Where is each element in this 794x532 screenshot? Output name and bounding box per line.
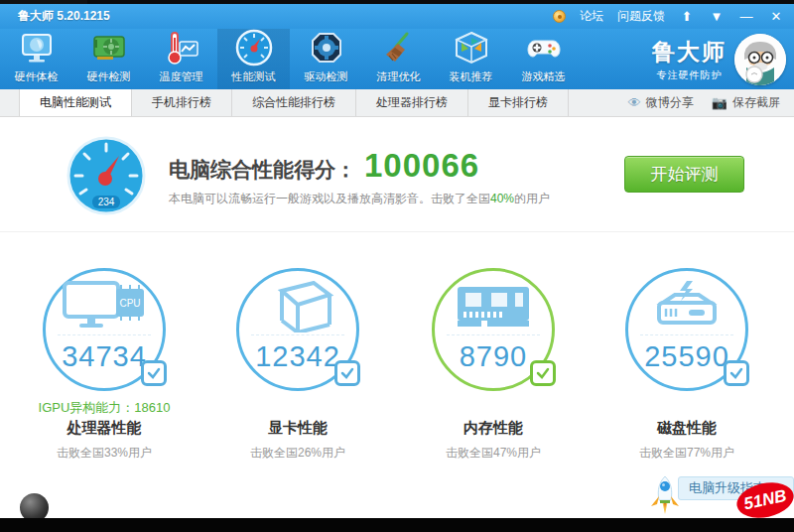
score-block: 电脑综合性能得分： 100066 本电脑可以流畅运行一般游戏以及播放高清影音。击… [169, 147, 550, 207]
toolbar-item-label: 硬件体检 [15, 69, 59, 84]
disk-gauge-beat: 击败全国77%用户 [595, 445, 779, 462]
toolbar-item-hardware-checkup[interactable]: 硬件体检 [0, 29, 72, 89]
gauge-gpu: 12342 显卡性能 击败全国26%用户 [205, 268, 390, 462]
cpu-check-badge [141, 360, 167, 386]
gauge-disk: 25590 磁盘性能 击败全国77%用户 [595, 268, 779, 462]
main-toolbar: 硬件体检 硬件检测 温度管理 性能测试 驱动检测 [0, 29, 794, 89]
gauge-dotted-line [447, 334, 540, 335]
gpu-gauge-ring[interactable]: 12342 [236, 268, 359, 391]
gauge-cpu: CPU 34734 IGPU异构能力：18610 处理器性能 击败全国33%用户 [12, 268, 197, 462]
titlebar-controls: 论坛 问题反馈 ⬆ ▼ — ✕ [553, 8, 784, 25]
speedometer-badge-text: 234 [98, 197, 115, 207]
score-desc-prefix: 本电脑可以流畅运行一般游戏以及播放高清影音。击败了全国 [169, 192, 490, 205]
minimize-button[interactable]: — [738, 9, 754, 24]
gpu-gauge-name: 显卡性能 [205, 419, 390, 438]
feedback-link[interactable]: 问题反馈 [617, 8, 665, 25]
memory-gauge-name: 内存性能 [401, 419, 586, 438]
weibo-share-label: 微博分享 [646, 94, 694, 111]
save-screenshot-button[interactable]: 📷 保存截屏 [712, 94, 780, 111]
toolbar-item-driver-check[interactable]: 驱动检测 [290, 29, 362, 89]
gamepad-icon [525, 29, 563, 66]
tab-cpu-ranking[interactable]: 处理器排行榜 [356, 89, 468, 116]
brand-slogan: 专注硬件防护 [652, 68, 727, 82]
rocket-icon[interactable] [647, 474, 683, 518]
update-icon[interactable]: ⬆ [679, 9, 695, 24]
toolbar-item-game-picks[interactable]: 游戏精选 [507, 29, 580, 89]
toolbar-item-cleanup[interactable]: 清理优化 [362, 29, 435, 89]
disk-lightning-icon [628, 281, 745, 332]
score-desc-percent: 40% [490, 192, 514, 205]
tab-gpu-ranking[interactable]: 显卡排行榜 [468, 89, 569, 116]
score-label: 电脑综合性能得分： [169, 156, 356, 184]
memory-gauge-beat: 击败全国47%用户 [401, 445, 586, 462]
toolbar-item-temperature[interactable]: 温度管理 [145, 29, 217, 89]
gpu-check-badge [334, 360, 360, 386]
toolbar-item-label: 游戏精选 [522, 69, 566, 84]
cube-3d-icon [239, 281, 356, 332]
score-value: 100066 [364, 147, 479, 185]
screenshot-bottom-edge [0, 518, 794, 532]
build-cube-icon [453, 29, 490, 66]
disk-check-badge [724, 360, 749, 386]
start-benchmark-button[interactable]: 开始评测 [624, 156, 744, 193]
memory-check-badge [530, 360, 556, 386]
toolbar-item-label: 驱动检测 [305, 69, 348, 84]
save-screenshot-label: 保存截屏 [732, 94, 780, 111]
cpu-gauge-name: 处理器性能 [12, 419, 197, 438]
weibo-icon: 👁 [628, 95, 641, 110]
disk-gauge-name: 磁盘性能 [595, 419, 779, 438]
thermometer-icon [163, 29, 200, 66]
toolbar-item-label: 温度管理 [160, 69, 203, 84]
app-window: 鲁大师 5.20.1215 论坛 问题反馈 ⬆ ▼ — ✕ 硬件体检 硬件检测 [0, 0, 794, 532]
toolbar-item-label: 装机推荐 [450, 69, 493, 84]
monitor-check-icon [18, 29, 56, 66]
tab-pc-performance-test[interactable]: 电脑性能测试 [19, 89, 132, 116]
skin-icon[interactable]: ▼ [709, 9, 725, 24]
tab-bar: 电脑性能测试 手机排行榜 综合性能排行榜 处理器排行榜 显卡排行榜 👁 微博分享… [0, 89, 794, 117]
gauge-dotted-line [251, 334, 344, 335]
cpu-gauge-ring[interactable]: CPU 34734 [43, 268, 166, 391]
brand-text: 鲁大师 专注硬件防护 [652, 37, 727, 82]
cpu-monitor-icon: CPU [46, 281, 163, 332]
disk-gauge-extra [595, 399, 779, 415]
toolbar-item-performance-test[interactable]: 性能测试 [217, 29, 290, 89]
tabbar-actions: 👁 微博分享 📷 保存截屏 [628, 89, 780, 116]
titlebar: 鲁大师 5.20.1215 论坛 问题反馈 ⬆ ▼ — ✕ [0, 4, 794, 29]
tab-phone-ranking[interactable]: 手机排行榜 [132, 89, 232, 116]
broom-icon [380, 29, 418, 66]
medal-icon[interactable] [553, 10, 566, 23]
close-button[interactable]: ✕ [768, 9, 784, 24]
svg-text:CPU: CPU [119, 298, 140, 309]
forum-link[interactable]: 论坛 [580, 8, 603, 25]
toolbar-item-label: 性能测试 [232, 69, 276, 84]
mascot-avatar[interactable] [734, 34, 786, 85]
speedometer-icon [235, 29, 273, 66]
driver-gear-icon [308, 29, 345, 66]
toolbar-item-label: 清理优化 [377, 69, 421, 84]
gauge-dotted-line [640, 334, 733, 335]
gpu-gauge-extra [205, 399, 390, 415]
toolbar-item-hardware-test[interactable]: 硬件检测 [72, 29, 145, 89]
gpu-card-icon [90, 29, 128, 66]
memory-stick-icon [435, 281, 552, 332]
brand-block: 鲁大师 专注硬件防护 [652, 29, 786, 89]
gpu-gauge-beat: 击败全国26%用户 [205, 445, 390, 462]
section-divider [0, 231, 794, 232]
gauge-memory: 8790 内存性能 击败全国47%用户 [401, 268, 586, 462]
memory-gauge-extra [401, 399, 586, 415]
score-description: 本电脑可以流畅运行一般游戏以及播放高清影音。击败了全国40%的用户 [169, 191, 550, 207]
score-desc-suffix: 的用户 [514, 192, 550, 205]
weibo-share-button[interactable]: 👁 微博分享 [628, 94, 694, 111]
disk-gauge-ring[interactable]: 25590 [625, 268, 748, 391]
memory-gauge-ring[interactable]: 8790 [432, 268, 555, 391]
cpu-gauge-beat: 击败全国33%用户 [12, 445, 197, 462]
gauge-dotted-line [58, 334, 151, 335]
toolbar-item-label: 硬件检测 [87, 69, 131, 84]
tab-overall-ranking[interactable]: 综合性能排行榜 [232, 89, 356, 116]
camera-icon: 📷 [712, 95, 728, 110]
window-title: 鲁大师 5.20.1215 [18, 8, 110, 25]
overall-speedometer-icon: 234 [63, 136, 150, 217]
igpu-heterogeneous-score: IGPU异构能力：18610 [12, 399, 197, 415]
brand-name: 鲁大师 [652, 37, 727, 67]
toolbar-item-build-recommend[interactable]: 装机推荐 [435, 29, 507, 89]
